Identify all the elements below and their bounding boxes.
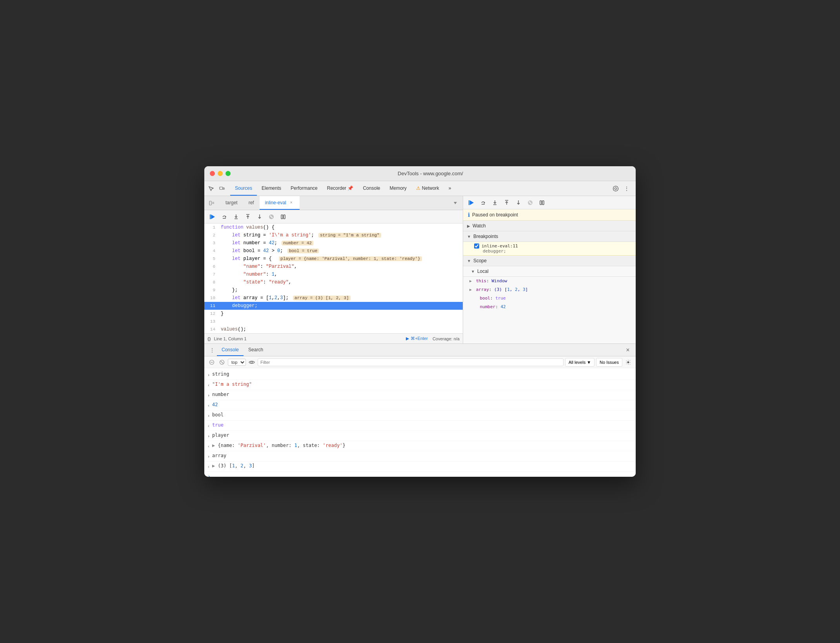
tab-recorder[interactable]: Recorder 📌 <box>322 181 358 196</box>
maximize-button[interactable] <box>225 171 231 176</box>
console-menu-icon[interactable]: ⋮ <box>207 345 217 355</box>
step-button[interactable] <box>255 212 265 222</box>
traffic-lights <box>210 171 231 176</box>
devtools-window: DevTools - www.google.com/ Sources Eleme… <box>204 166 636 477</box>
local-label: Local <box>477 269 489 274</box>
code-line-8: 8 "state": "ready", <box>204 278 463 286</box>
step-out-button[interactable] <box>243 212 253 222</box>
deactivate-breakpoints-button[interactable] <box>266 212 276 222</box>
console-filter-input[interactable] <box>258 358 564 366</box>
console-output-arrow: ‹ <box>207 462 210 470</box>
code-line-7: 7 "number": 1, <box>204 271 463 278</box>
expand-player-icon[interactable]: ▶ <box>212 443 215 448</box>
right-step[interactable] <box>513 198 524 208</box>
code-line-3: 3 let number = 42; number = 42 <box>204 239 463 247</box>
minimize-button[interactable] <box>218 171 223 176</box>
source-editor[interactable]: 1 function values() { 2 let string = 'I\… <box>204 223 463 333</box>
close-button[interactable] <box>210 171 215 176</box>
code-line-13: 13 <box>204 318 463 325</box>
local-scope-header[interactable]: ▼ Local <box>463 266 636 277</box>
tab-inline-eval[interactable]: inline-eval × <box>260 196 300 210</box>
scope-expand-icon[interactable]: ▶ <box>469 279 472 283</box>
close-bottom-panel-button[interactable]: × <box>623 345 633 355</box>
scope-array: ▶ array: (3) [1, 2, 3] <box>463 285 636 294</box>
source-tab-nav <box>207 196 217 210</box>
console-output-arrow: ‹ <box>207 442 210 450</box>
console-row-number-input: › number <box>204 390 636 400</box>
coverage-label: Coverage: n/a <box>433 336 460 341</box>
tab-network[interactable]: ⚠Network <box>411 181 444 196</box>
scope-section-header[interactable]: ▼ Scope <box>463 256 636 266</box>
preserve-log-icon[interactable] <box>218 358 226 367</box>
scope-expand-icon[interactable]: ▶ <box>469 287 472 292</box>
pause-message: Paused on breakpoint <box>472 212 518 218</box>
tab-console-bottom[interactable]: Console <box>217 344 244 356</box>
source-tabbar: target ref inline-eval × <box>204 196 463 210</box>
clear-console-button[interactable] <box>207 358 216 367</box>
toolbar-right: ⋮ <box>611 183 634 194</box>
tab-more[interactable]: » <box>444 181 456 196</box>
right-step-out[interactable] <box>502 198 512 208</box>
breakpoints-arrow-icon: ▼ <box>467 234 471 239</box>
live-expressions-icon[interactable] <box>247 358 256 367</box>
context-selector[interactable]: top <box>228 359 246 366</box>
right-deactivate-bp[interactable] <box>525 198 535 208</box>
svg-rect-2 <box>209 201 211 205</box>
right-step-over[interactable] <box>478 198 488 208</box>
tab-ref[interactable]: ref <box>243 196 260 210</box>
tab-performance[interactable]: Performance <box>286 181 322 196</box>
no-issues-button[interactable]: No Issues <box>596 358 622 367</box>
code-line-14: 14 values(); <box>204 325 463 333</box>
format-icon[interactable]: {} <box>207 336 211 341</box>
watch-section-header[interactable]: ▶ Watch <box>463 221 636 231</box>
code-line-12: 12 } <box>204 310 463 318</box>
source-tab-more[interactable] <box>450 196 460 210</box>
right-pause-exceptions[interactable] <box>537 198 547 208</box>
tab-elements[interactable]: Elements <box>257 181 286 196</box>
pause-exceptions-button[interactable] <box>278 212 288 222</box>
console-row-number-output: ‹ 42 <box>204 400 636 411</box>
scope-this: ▶ this: Window <box>463 277 636 285</box>
close-tab-icon[interactable]: × <box>289 200 294 205</box>
tab-console[interactable]: Console <box>358 181 385 196</box>
inspector-icon[interactable] <box>206 183 216 194</box>
tab-sources[interactable]: Sources <box>230 181 257 196</box>
source-tabs: target ref inline-eval × <box>220 196 450 210</box>
console-prompt-row[interactable]: › <box>204 472 636 477</box>
console-input-arrow: › <box>207 391 210 399</box>
show-navigator-icon[interactable] <box>207 198 217 208</box>
tab-target[interactable]: target <box>220 196 243 210</box>
expand-array-icon[interactable]: ▶ <box>212 463 215 469</box>
tab-search-bottom[interactable]: Search <box>244 344 268 356</box>
code-line-6: 6 "name": "Parzival", <box>204 263 463 271</box>
run-snippet-button[interactable]: ▶ ⌘+Enter <box>406 336 428 341</box>
console-input-arrow: › <box>207 371 210 379</box>
console-input-arrow: › <box>207 432 210 440</box>
status-bar-right: ▶ ⌘+Enter Coverage: n/a <box>406 336 460 341</box>
more-tabs-icon[interactable] <box>450 198 460 208</box>
svg-rect-28 <box>540 201 542 205</box>
device-toolbar-icon[interactable] <box>217 183 227 194</box>
main-area: target ref inline-eval × <box>204 196 636 343</box>
console-caret: › <box>207 473 211 477</box>
tab-memory[interactable]: Memory <box>385 181 411 196</box>
log-levels-button[interactable]: All levels ▼ <box>565 358 595 367</box>
right-step-into[interactable] <box>490 198 500 208</box>
step-into-button[interactable] <box>231 212 241 222</box>
resume-button[interactable] <box>207 212 218 222</box>
right-debug-toolbar <box>463 196 636 209</box>
scope-number: number: 42 <box>463 303 636 311</box>
more-options-icon[interactable]: ⋮ <box>622 183 632 194</box>
code-line-1: 1 function values() { <box>204 223 463 231</box>
local-arrow-icon: ▼ <box>471 269 475 274</box>
settings-icon[interactable] <box>611 183 621 194</box>
pause-banner: ℹ Paused on breakpoint <box>463 209 636 221</box>
console-row-string-output: ‹ "I'm a string" <box>204 380 636 390</box>
bottom-tabs: ⋮ Console Search × <box>204 344 636 356</box>
breakpoint-checkbox[interactable] <box>474 243 479 249</box>
breakpoints-section-header[interactable]: ▼ Breakpoints <box>463 231 636 242</box>
console-settings-icon[interactable] <box>624 358 633 367</box>
right-resume-button[interactable] <box>466 198 476 208</box>
step-over-button[interactable] <box>219 212 229 222</box>
warning-icon: ⚠ <box>416 185 420 191</box>
